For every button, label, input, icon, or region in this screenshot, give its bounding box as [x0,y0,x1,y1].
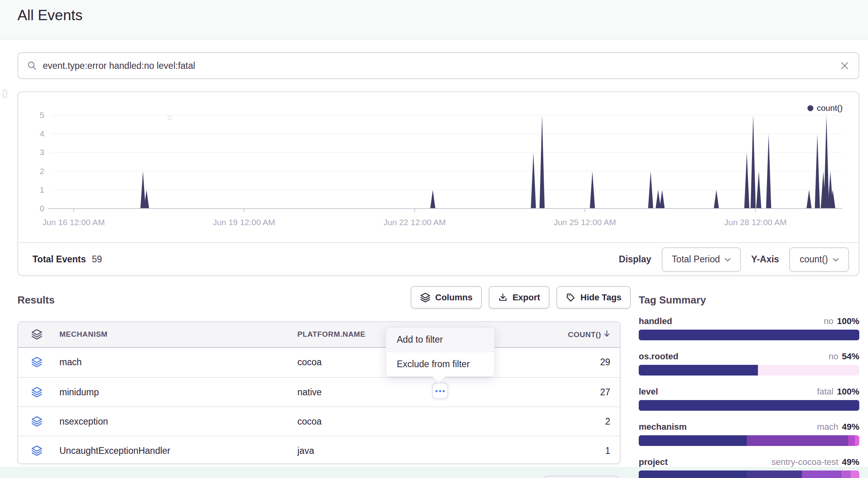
layers-icon [31,357,42,369]
chart-legend[interactable]: count() [807,103,843,113]
layers-icon [31,329,42,341]
event-count-spike[interactable] [430,190,435,209]
event-count-spike[interactable] [714,190,719,209]
cell-count: 27 [600,387,610,398]
tag-icon [566,292,576,302]
column-header-mechanism[interactable]: MECHANISM [59,330,108,339]
tag-entry: project sentry-cocoa-test 49% [639,457,859,478]
legend-dot-icon [807,105,813,111]
tag-top-percent: 49% [842,457,859,467]
cell-platform-name[interactable]: cocoa [297,416,322,427]
tag-entry: handled no 100% [639,316,859,340]
event-count-spike[interactable] [660,190,665,209]
pagination[interactable] [543,476,619,478]
tag-bar-segment [841,470,850,478]
tag-bar-segment [639,435,747,446]
table-row[interactable]: UncaughtExceptionHandler java 1 [18,436,620,464]
search-input[interactable]: event.type:error handled:no level:fatal [43,61,840,71]
x-axis-tick-label: Jun 28 12:00 AM [724,218,787,227]
y-axis-tick-label: 0 [40,204,44,213]
export-button-label: Export [512,292,540,303]
cell-mechanism[interactable]: mach [59,357,82,368]
event-count-spike[interactable] [750,115,756,209]
chevron-down-icon [833,258,839,262]
layers-icon [31,416,42,429]
tag-name: mechanism [639,422,687,432]
cell-mechanism[interactable]: minidump [59,387,99,398]
cell-platform-name[interactable]: native [297,387,322,398]
x-axis-tick-label: Jun 25 12:00 AM [554,218,616,227]
results-table: MECHANISM PLATFORM.NAME COUNT() mach [17,321,621,464]
tag-distribution-bar[interactable] [639,400,859,411]
search-bar[interactable]: event.type:error handled:no level:fatal [17,52,859,79]
table-header-row: MECHANISM PLATFORM.NAME COUNT() [18,322,620,348]
y-axis-tick-label: 4 [40,129,44,138]
ellipsis-icon [436,390,438,392]
tag-bar-segment [851,470,859,478]
stray-datapoint-marker [168,116,172,120]
column-header-count[interactable]: COUNT() [568,330,610,340]
context-menu: Add to filter Exclude from filter [386,327,495,377]
page-header: All Events [0,0,868,39]
event-count-spike[interactable] [807,190,812,209]
table-row[interactable]: nsexception cocoa 2 [18,406,620,436]
total-events: Total Events 59 [32,254,102,265]
table-row[interactable]: minidump native 27 [18,377,620,406]
cell-platform-name[interactable]: cocoa [297,357,322,368]
total-events-label: Total Events [32,254,86,265]
export-button[interactable]: Export [489,286,550,309]
columns-button[interactable]: Columns [411,286,482,309]
column-header-platform-name[interactable]: PLATFORM.NAME [297,330,365,339]
menu-item-add-to-filter[interactable]: Add to filter [386,328,494,352]
x-axis-tick-label: Jun 19 12:00 AM [213,218,275,227]
tag-bar-segment [639,400,859,411]
tag-top-percent: 54% [842,351,859,362]
sidebar-resize-handle[interactable] [3,89,7,98]
columns-icon [420,292,430,303]
tag-bar-segment [747,470,802,478]
tag-distribution-bar[interactable] [639,365,859,376]
event-count-spike[interactable] [531,152,536,209]
tag-name: os.rooted [639,351,678,362]
chart-footer: Total Events 59 Display Total Period Y-A… [18,242,858,276]
chevron-down-icon [725,258,731,262]
tag-bar-segment [639,330,859,340]
page-title: All Events [17,7,83,24]
cell-count: 2 [605,416,610,427]
tag-entry: os.rooted no 54% [639,351,859,376]
cell-mechanism[interactable]: UncaughtExceptionHandler [59,446,170,456]
display-select-value: Total Period [672,254,720,265]
hide-tags-button[interactable]: Hide Tags [556,286,631,309]
cell-platform-name[interactable]: java [297,446,314,456]
sort-arrow-down-icon [603,330,610,340]
tag-bar-segment [747,435,848,446]
tag-bar-segment [639,470,747,478]
display-select[interactable]: Total Period [662,247,741,272]
tag-bar-segment [855,435,859,446]
tag-top-value: no [828,351,838,362]
event-count-spike[interactable] [744,152,749,209]
layers-icon [31,445,42,458]
tag-distribution-bar[interactable] [639,470,859,478]
tag-distribution-bar[interactable] [639,330,859,340]
tag-bar-segment [758,365,859,376]
event-count-spike[interactable] [824,115,829,209]
row-actions-button[interactable] [432,383,448,399]
event-count-spike[interactable] [539,115,544,209]
yaxis-label: Y-Axis [751,254,779,265]
tag-bar-segment [802,470,841,478]
tag-top-value: no [824,316,833,326]
tag-distribution-bar[interactable] [639,435,859,446]
tag-summary-entries: handled no 100% os.rooted no 54% level f… [639,316,859,478]
yaxis-select[interactable]: count() [789,247,849,272]
hide-tags-button-label: Hide Tags [581,292,622,303]
y-axis-tick-label: 1 [40,185,44,194]
results-title: Results [17,294,55,306]
display-label: Display [619,254,651,265]
clear-search-icon[interactable] [840,61,849,70]
events-over-time-chart[interactable]: 012345Jun 16 12:00 AMJun 19 12:00 AMJun … [18,92,858,242]
table-row[interactable]: mach cocoa 29 [18,348,620,377]
legend-label: count() [817,103,843,113]
cell-count: 29 [600,357,610,368]
cell-mechanism[interactable]: nsexception [59,416,108,427]
